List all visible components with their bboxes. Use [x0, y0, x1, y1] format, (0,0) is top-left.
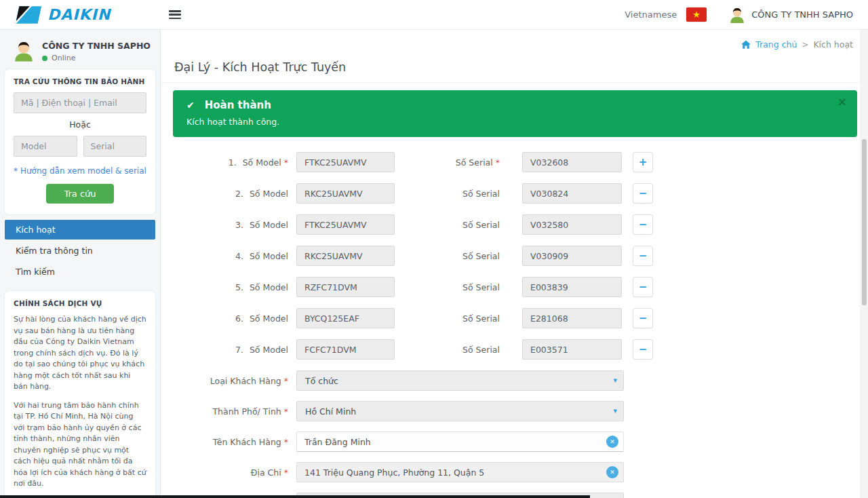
- model-input[interactable]: [296, 152, 395, 172]
- policy-paragraph: Với hai trung tâm bảo hành chính tại TP.…: [14, 400, 146, 490]
- required-mark: *: [284, 406, 288, 417]
- chevron-down-icon: ▾: [613, 376, 617, 385]
- home-icon[interactable]: [741, 40, 751, 49]
- lookup-code-input[interactable]: [14, 92, 146, 113]
- serial-input[interactable]: [522, 308, 622, 328]
- vietnam-flag-icon[interactable]: ★: [686, 7, 707, 22]
- address-input[interactable]: [296, 462, 624, 482]
- add-row-button[interactable]: +: [633, 152, 653, 172]
- row-index: 6.: [235, 313, 243, 324]
- breadcrumb-separator: >: [802, 40, 808, 50]
- menu-toggle-icon[interactable]: [169, 10, 181, 19]
- alert-message: Kích hoạt thành công.: [186, 117, 844, 127]
- service-policy-card: CHÍNH SÁCH DỊCH VỤ Sự hài lòng của khách…: [5, 291, 155, 498]
- serial-input[interactable]: [522, 339, 622, 360]
- account-menu[interactable]: CÔNG TY TNHH SAPHO: [728, 6, 853, 24]
- address-label: Địa Chỉ: [251, 467, 281, 478]
- device-row: 6.Số Model Số Serial −: [173, 308, 857, 328]
- check-icon: ✔: [186, 100, 195, 111]
- success-alert: ✔ Hoàn thành Kích hoạt thành công. ×: [173, 90, 857, 137]
- main-content: Trang chủ > Kích hoạt Đại Lý - Kích Hoạt…: [161, 30, 868, 498]
- language-label: Vietnamese: [625, 9, 677, 20]
- serial-input[interactable]: [522, 183, 622, 204]
- breadcrumb-home-link[interactable]: Trang chủ: [755, 39, 797, 50]
- scrollbar-thumb[interactable]: [862, 139, 867, 305]
- model-label: Số Model: [250, 220, 288, 230]
- scrollbar-track[interactable]: [860, 30, 868, 498]
- device-row: 5.Số Model Số Serial −: [173, 277, 857, 297]
- alert-title: Hoàn thành: [205, 99, 271, 111]
- model-input[interactable]: [296, 214, 395, 235]
- warranty-lookup-card: TRA CỨU THÔNG TIN BẢO HÀNH Hoặc * Hướng …: [5, 69, 155, 214]
- lookup-search-button[interactable]: Tra cứu: [46, 184, 113, 204]
- required-mark: *: [496, 157, 500, 168]
- close-icon[interactable]: ×: [837, 96, 847, 108]
- lookup-serial-input[interactable]: [83, 136, 147, 157]
- serial-label: Số Serial: [462, 345, 500, 355]
- customer-type-select[interactable]: Tổ chức: [296, 370, 624, 391]
- customer-type-row: Loại Khách Hàng* Tổ chức ▾: [173, 370, 857, 391]
- device-row: 7.Số Model Số Serial −: [173, 339, 857, 360]
- sidebar-item-kich-hoat[interactable]: Kích hoạt: [5, 220, 155, 240]
- remove-row-button[interactable]: −: [633, 246, 653, 266]
- row-index: 4.: [235, 251, 243, 261]
- customer-name-label: Tên Khách Hàng: [213, 437, 281, 447]
- or-label: Hoặc: [14, 119, 146, 130]
- breadcrumb: Trang chủ > Kích hoạt: [173, 30, 857, 54]
- customer-name-input[interactable]: [296, 432, 624, 452]
- serial-label: Số Serial: [462, 282, 500, 292]
- clear-icon[interactable]: ✕: [606, 466, 618, 478]
- brand-text: DAIKIN: [47, 6, 111, 23]
- model-label: Số Model: [250, 189, 288, 199]
- row-index: 5.: [235, 282, 243, 292]
- lookup-card-title: TRA CỨU THÔNG TIN BẢO HÀNH: [14, 77, 146, 85]
- row-index: 3.: [235, 220, 243, 230]
- device-row: 2.Số Model Số Serial −: [173, 183, 857, 204]
- sidebar-item-tim-kiem[interactable]: Tìm kiếm: [5, 262, 155, 282]
- serial-input[interactable]: [522, 246, 622, 266]
- serial-input[interactable]: [522, 277, 622, 297]
- clear-icon[interactable]: ✕: [606, 436, 618, 448]
- remove-row-button[interactable]: −: [633, 308, 653, 328]
- model-label: Số Model: [243, 157, 281, 168]
- required-mark: *: [284, 376, 288, 386]
- required-mark: *: [284, 467, 288, 478]
- address-row: Địa Chỉ* ✕: [173, 462, 857, 482]
- top-header: DAIKIN Vietnamese ★ CÔNG TY TNHH SAPHO: [0, 0, 868, 30]
- serial-label: Số Serial: [456, 157, 493, 168]
- required-mark: *: [284, 157, 288, 168]
- model-input[interactable]: [296, 308, 395, 328]
- city-select[interactable]: Hồ Chí Minh: [296, 401, 624, 421]
- model-label: Số Model: [250, 282, 288, 292]
- lookup-model-input[interactable]: [14, 136, 77, 157]
- daikin-logo[interactable]: DAIKIN: [15, 5, 111, 24]
- model-label: Số Model: [250, 251, 288, 261]
- remove-row-button[interactable]: −: [633, 214, 653, 235]
- serial-label: Số Serial: [462, 313, 500, 324]
- breadcrumb-current: Kích hoạt: [813, 39, 853, 50]
- serial-input[interactable]: [522, 152, 622, 172]
- device-row: 3.Số Model Số Serial −: [173, 214, 857, 235]
- row-index: 7.: [235, 345, 243, 355]
- serial-label: Số Serial: [462, 251, 500, 261]
- serial-label: Số Serial: [462, 189, 500, 199]
- account-name: CÔNG TY TNHH SAPHO: [751, 9, 853, 20]
- remove-row-button[interactable]: −: [633, 339, 653, 360]
- model-input[interactable]: [296, 277, 395, 297]
- model-input[interactable]: [296, 183, 395, 204]
- model-input[interactable]: [296, 246, 395, 266]
- header-right: Vietnamese ★ CÔNG TY TNHH SAPHO: [625, 6, 853, 24]
- serial-input[interactable]: [522, 214, 622, 235]
- serial-label: Số Serial: [462, 220, 500, 230]
- row-index: 2.: [235, 189, 243, 199]
- remove-row-button[interactable]: −: [633, 183, 653, 204]
- sidebar-item-kiem-tra-thong-tin[interactable]: Kiểm tra thông tin: [5, 241, 155, 261]
- sidebar-user-name: CÔNG TY TNHH SAPHO: [42, 41, 151, 51]
- model-serial-guide-link[interactable]: * Hướng dẫn xem model & serial: [14, 166, 146, 176]
- page-title: Đại Lý - Kích Hoạt Trực Tuyến: [174, 60, 346, 74]
- policy-paragraph: Sự hài lòng của khách hàng về dịch vụ sa…: [14, 314, 146, 393]
- daikin-logo-mark: [15, 5, 42, 24]
- remove-row-button[interactable]: −: [633, 277, 653, 297]
- footer-top-edge: [0, 495, 590, 498]
- model-input[interactable]: [296, 339, 395, 360]
